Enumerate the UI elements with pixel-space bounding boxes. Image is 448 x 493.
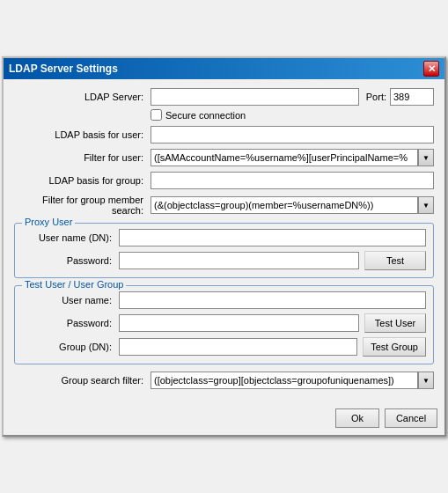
test-group-row: Group (DN): Test Group [22, 337, 426, 357]
port-input[interactable] [390, 88, 434, 106]
ldap-server-input[interactable] [151, 88, 359, 106]
window-title: LDAP Server Settings [9, 63, 118, 75]
test-username-input[interactable] [119, 291, 426, 309]
main-window: LDAP Server Settings ✕ LDAP Server: Port… [2, 56, 446, 437]
filter-group-label: Filter for group member search: [14, 195, 151, 216]
port-label: Port: [366, 92, 386, 102]
ldap-server-input-area: Port: [151, 88, 434, 106]
ok-button[interactable]: Ok [335, 408, 379, 428]
test-group-input[interactable] [119, 338, 357, 356]
test-password-label: Password: [22, 318, 119, 328]
group-search-input[interactable] [151, 372, 418, 389]
filter-group-dropdown-arrow[interactable]: ▼ [418, 196, 434, 214]
secure-connection-checkbox[interactable] [151, 109, 162, 121]
proxy-username-label: User name (DN): [22, 232, 119, 243]
filter-group-row: Filter for group member search: ▼ [14, 195, 434, 216]
proxy-user-group: Proxy User User name (DN): Password: Tes… [14, 223, 434, 278]
filter-user-dropdown-arrow[interactable]: ▼ [418, 149, 434, 166]
test-group-label: Group (DN): [22, 342, 119, 352]
proxy-user-title: Proxy User [22, 217, 75, 227]
title-bar: LDAP Server Settings ✕ [4, 58, 444, 79]
filter-user-row: Filter for user: ▼ [14, 149, 434, 166]
filter-user-wrap: ▼ [151, 149, 434, 166]
secure-connection-row: Secure connection [151, 109, 434, 121]
test-username-label: User name: [22, 295, 119, 305]
close-button[interactable]: ✕ [423, 61, 439, 77]
proxy-password-row: Password: Test [22, 251, 426, 270]
ldap-basis-user-input[interactable] [151, 126, 434, 143]
cancel-button[interactable]: Cancel [385, 408, 437, 428]
filter-group-input[interactable] [151, 196, 418, 214]
test-username-row: User name: [22, 291, 426, 309]
form-content: LDAP Server: Port: Secure connection LDA… [4, 79, 444, 403]
proxy-test-button[interactable]: Test [364, 251, 426, 270]
proxy-username-input[interactable] [119, 229, 426, 246]
group-search-label: Group search filter: [14, 375, 151, 386]
group-search-dropdown-arrow[interactable]: ▼ [418, 372, 434, 389]
test-user-title: Test User / User Group [22, 279, 126, 290]
ldap-basis-group-row: LDAP basis for group: [14, 172, 434, 189]
group-search-wrap: ▼ [151, 372, 434, 389]
ldap-basis-group-input[interactable] [151, 172, 434, 189]
proxy-username-row: User name (DN): [22, 229, 426, 246]
test-password-row: Password: Test User [22, 313, 426, 333]
test-group-button[interactable]: Test Group [363, 337, 426, 357]
group-search-row: Group search filter: ▼ [14, 372, 434, 389]
ldap-basis-user-label: LDAP basis for user: [14, 129, 151, 140]
ldap-basis-group-label: LDAP basis for group: [14, 175, 151, 186]
proxy-password-label: Password: [22, 255, 119, 266]
proxy-password-input[interactable] [119, 252, 359, 269]
bottom-buttons: Ok Cancel [4, 403, 444, 435]
secure-connection-label: Secure connection [165, 110, 246, 121]
test-password-input[interactable] [119, 314, 359, 332]
ldap-basis-user-row: LDAP basis for user: [14, 126, 434, 143]
filter-user-label: Filter for user: [14, 152, 151, 163]
test-user-button[interactable]: Test User [364, 313, 426, 333]
filter-group-wrap: ▼ [151, 196, 434, 214]
filter-user-input[interactable] [151, 149, 418, 166]
test-user-group: Test User / User Group User name: Passwo… [14, 285, 434, 364]
ldap-server-label: LDAP Server: [14, 92, 151, 102]
ldap-server-row: LDAP Server: Port: [14, 88, 434, 106]
